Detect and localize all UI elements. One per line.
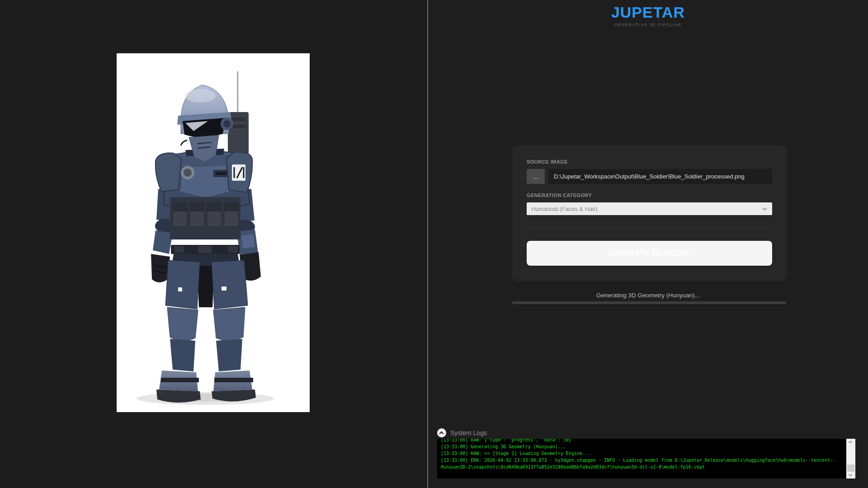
log-line: [13:33:00] Generating 3D Geometry (Hunyu… [441,443,837,450]
form-divider [527,228,772,229]
generation-form-card: SOURCE IMAGE ... GENERATION CATEGORY Hum… [512,145,787,281]
system-logs-label: System Logs [450,429,487,436]
source-image-row: ... [527,169,772,184]
scroll-up-icon [849,441,852,445]
system-logs-header: System Logs [437,427,487,438]
generation-category-label: GENERATION CATEGORY [527,192,772,198]
log-line: [13:33:00] ERR: 2026-04-02 13:33:00,873 … [441,457,837,470]
log-line: [13:33:00] RAW: {"type": "progress", "da… [441,439,837,443]
category-select[interactable]: Humanoid (Faces & Hair) [527,202,772,215]
control-panel: JUPETAR GENERATIVE 3D PIPELINE SOURCE IM… [428,0,868,488]
app-tagline: GENERATIVE 3D PIPELINE [428,23,868,27]
browse-button[interactable]: ... [527,169,545,184]
generate-button[interactable]: GENERATE 3D MODEL [527,241,772,266]
brand-header: JUPETAR GENERATIVE 3D PIPELINE [428,4,868,27]
log-console[interactable]: [13:33:00] RAW: {"type": "progress", "da… [437,439,855,479]
progress-bar [512,301,786,304]
status-message: Generating 3D Geometry (Hunyuan)... [428,292,868,299]
log-scrollbar[interactable] [846,439,855,479]
app-logo: JUPETAR [428,4,868,21]
log-line: [13:33:00] RAW: >> [Stage 1] Loading Geo… [441,450,837,457]
chevron-up-icon [439,432,444,436]
scrollbar-thumb[interactable] [847,465,854,472]
log-output: [13:33:00] RAW: {"type": "progress", "da… [441,439,837,470]
soldier-image [117,53,310,412]
logs-collapse-button[interactable] [437,428,446,437]
source-path-input[interactable] [548,169,772,184]
scroll-down-icon [849,473,852,476]
scroll-up-button[interactable] [846,439,855,446]
preview-panel [0,0,427,488]
source-image-label: SOURCE IMAGE [527,159,772,164]
scroll-down-button[interactable] [846,472,855,479]
category-select-wrap: Humanoid (Faces & Hair) [527,202,772,215]
source-image-preview [117,53,310,412]
